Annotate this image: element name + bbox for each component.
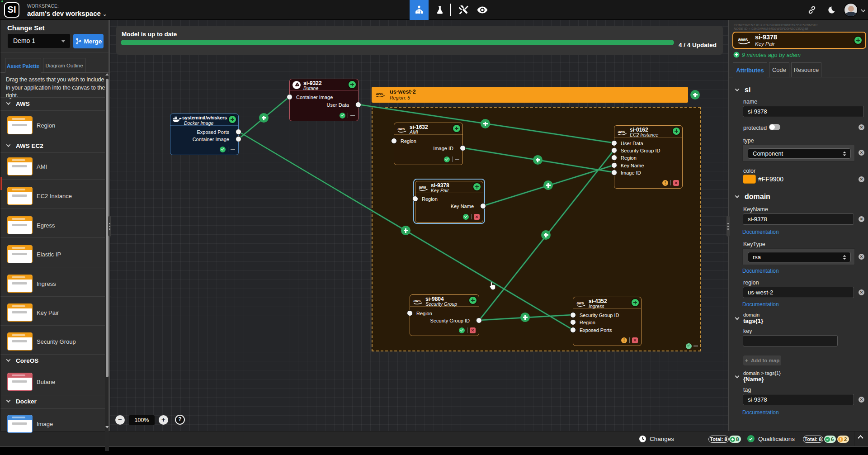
svg-text:aws: aws	[618, 129, 625, 134]
svg-text:aws: aws	[576, 301, 584, 305]
svg-text:!: !	[840, 437, 841, 441]
svg-text:aws: aws	[413, 299, 420, 303]
svg-text:aws: aws	[397, 127, 405, 131]
svg-text:aws: aws	[738, 37, 748, 42]
svg-text:aws: aws	[419, 185, 426, 190]
